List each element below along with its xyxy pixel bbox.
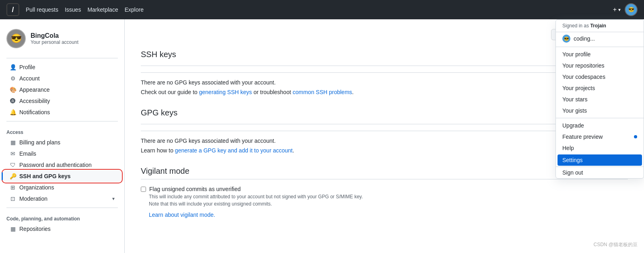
dropdown-sign-out[interactable]: Sign out [556, 167, 644, 178]
ssh-guide-text: Check out our guide to generating SSH ke… [141, 89, 628, 95]
ssh-icon: 🔑 [10, 173, 16, 179]
password-icon: 🛡 [10, 162, 16, 168]
access-section-label: Access [0, 125, 124, 137]
ssh-section-header: SSH keys 3 New SSH key [141, 50, 628, 66]
dropdown-your-projects[interactable]: Your projects [556, 82, 644, 94]
sidebar-item-repositories[interactable]: ▦ Repositories [3, 223, 121, 234]
topnav-links: Pull requests Issues Marketplace Explore [26, 6, 607, 13]
moderation-icon: ⊡ [10, 195, 16, 202]
feature-preview-dot [634, 135, 637, 138]
sidebar-item-appearance[interactable]: 🎨 Appearance [3, 84, 121, 95]
ssh-no-keys-msg: There are no GPG keys associated with yo… [141, 79, 628, 86]
sidebar-username: BingCola [31, 32, 78, 39]
dropdown-feature-preview[interactable]: Feature preview [556, 131, 644, 142]
gpg-no-keys-msg: There are no GPG keys associated with yo… [141, 138, 628, 144]
dropdown-your-gists[interactable]: Your gists [556, 105, 644, 116]
gpg-section-header: GPG keys New GPG key [141, 108, 628, 124]
main-header: Go to your personal profile [141, 29, 628, 40]
dropdown-your-stars[interactable]: Your stars [556, 94, 644, 105]
user-dropdown: Signed in as Trojain 😎 coding... Your pr… [556, 19, 644, 179]
accessibility-icon: 🅐 [10, 98, 16, 104]
organizations-icon: ⊞ [10, 184, 16, 191]
sidebar-item-organizations[interactable]: ⊞ Organizations [3, 182, 121, 193]
sidebar-user-info: 😎 BingCola Your personal account [0, 26, 124, 55]
topnav-marketplace[interactable]: Marketplace [87, 6, 118, 13]
vigilant-checkbox[interactable] [141, 187, 146, 192]
sidebar-item-label: Emails [19, 150, 36, 157]
vigilant-learn-link[interactable]: Learn about vigilant mode. [149, 212, 215, 218]
sidebar-item-moderation[interactable]: ⊡ Moderation ▾ [3, 193, 121, 204]
sidebar-item-account[interactable]: ⚙ Account [3, 73, 121, 84]
dropdown-divider-1 [556, 47, 644, 47]
topnav-explore[interactable]: Explore [125, 6, 144, 13]
sidebar-item-label: Profile [19, 64, 35, 70]
ssh-section: SSH keys 3 New SSH key There are no GPG … [141, 50, 628, 95]
sidebar-item-ssh-gpg[interactable]: 🔑 SSH and GPG keys [3, 171, 121, 182]
notifications-icon: 🔔 [10, 109, 16, 115]
ssh-divider [141, 72, 628, 73]
ssh-title: SSH keys [141, 50, 176, 62]
account-icon: ⚙ [10, 75, 16, 82]
dropdown-org-name: coding... [574, 35, 595, 42]
vigilant-title: Vigilant mode [141, 167, 628, 179]
dropdown-divider-2 [556, 118, 644, 118]
vigilant-desc-2: Note that this will include your existin… [149, 201, 628, 207]
dropdown-help[interactable]: Help [556, 142, 644, 154]
sidebar-item-label: Account [19, 75, 40, 82]
dropdown-upgrade[interactable]: Upgrade [556, 120, 644, 131]
gpg-guide-text: Learn how to generate a GPG key and add … [141, 147, 628, 154]
gpg-section: GPG keys New GPG key There are no GPG ke… [141, 108, 628, 154]
topnav-plus-button[interactable]: + ▼ [613, 6, 621, 13]
sidebar-item-label: Notifications [19, 109, 50, 115]
sidebar-divider-2 [6, 121, 118, 121]
code-section-label: Code, planning, and automation [0, 211, 124, 223]
dropdown-your-repos[interactable]: Your repositories [556, 60, 644, 71]
dropdown-header: Signed in as Trojain [556, 20, 644, 32]
sidebar-item-profile[interactable]: 👤 Profile [3, 62, 121, 73]
topnav-issues[interactable]: Issues [65, 6, 81, 13]
org-avatar: 😎 [562, 35, 570, 43]
dropdown-settings[interactable]: Settings 1 [558, 154, 642, 166]
sidebar-item-password[interactable]: 🛡 Password and authentication 2 [3, 159, 121, 171]
sidebar-item-label: Billing and plans [19, 139, 60, 146]
generating-ssh-link[interactable]: generating SSH keys [199, 89, 252, 95]
sidebar-divider-3 [6, 208, 118, 208]
sidebar-item-label: Repositories [19, 226, 51, 232]
sidebar-item-label: Accessibility [19, 98, 50, 104]
chevron-down-icon: ▾ [112, 196, 115, 202]
topnav-right: + ▼ 😎 [613, 3, 638, 16]
dropdown-your-profile[interactable]: Your profile [556, 49, 644, 60]
generate-gpg-link[interactable]: generate a GPG key and add it to your ac… [175, 147, 293, 154]
user-avatar-button[interactable]: 😎 [625, 3, 638, 16]
profile-icon: 👤 [10, 64, 16, 70]
sidebar-divider-1 [6, 58, 118, 58]
sidebar-item-label: Organizations [19, 184, 54, 191]
dropdown-org-row[interactable]: 😎 coding... [556, 32, 644, 45]
topnav-pull-requests[interactable]: Pull requests [26, 6, 58, 13]
sidebar: 😎 BingCola Your personal account 👤 Profi… [0, 19, 125, 253]
sidebar-subtext: Your personal account [31, 39, 78, 45]
gpg-divider [141, 131, 628, 131]
billing-icon: ▦ [10, 139, 16, 146]
topnav: / Pull requests Issues Marketplace Explo… [0, 0, 644, 19]
sidebar-item-emails[interactable]: ✉ Emails [3, 148, 121, 159]
vigilant-checkbox-row: Flag unsigned commits as unverified [141, 186, 628, 192]
vigilant-desc-1: This will include any commit attributed … [149, 194, 628, 200]
appearance-icon: 🎨 [10, 86, 16, 93]
repositories-icon: ▦ [10, 226, 16, 232]
emails-icon: ✉ [10, 150, 16, 157]
sidebar-item-label: Password and authentication [19, 162, 92, 168]
sidebar-item-billing[interactable]: ▦ Billing and plans [3, 137, 121, 148]
gpg-title: GPG keys [141, 108, 177, 121]
main-layout: 😎 BingCola Your personal account 👤 Profi… [0, 19, 644, 253]
sidebar-item-label: Moderation [19, 195, 47, 202]
common-ssh-link[interactable]: common SSH problems [292, 89, 352, 95]
sidebar-avatar: 😎 [6, 29, 26, 48]
github-logo[interactable]: / [6, 3, 19, 16]
vigilant-section: Vigilant mode Flag unsigned commits as u… [141, 167, 628, 218]
dropdown-your-codespaces[interactable]: Your codespaces [556, 71, 644, 82]
sidebar-item-notifications[interactable]: 🔔 Notifications [3, 107, 121, 118]
sidebar-item-accessibility[interactable]: 🅐 Accessibility [3, 95, 121, 107]
dropdown-username: Trojain [590, 23, 606, 29]
vigilant-checkbox-label: Flag unsigned commits as unverified [149, 186, 241, 192]
